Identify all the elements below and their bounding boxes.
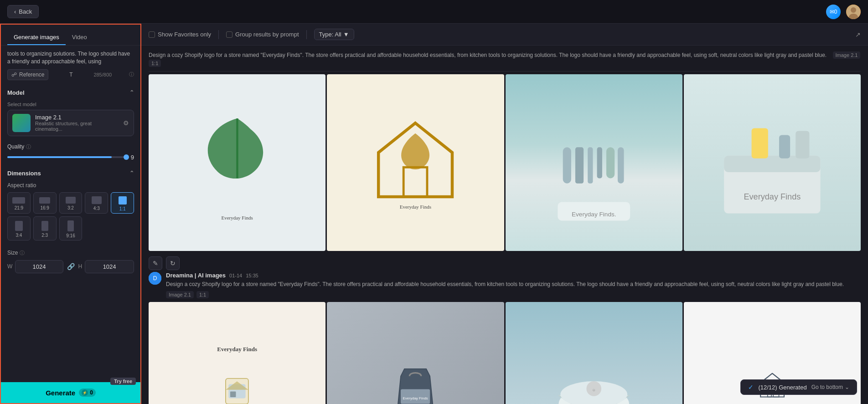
svg-rect-9 [588,147,593,183]
dimensions-section: Aspect ratio 21:9 16:9 3:2 [1,179,140,248]
quality-label-text: Quality [7,143,24,150]
notification-icon: ✉ [830,9,834,15]
quality-slider[interactable] [7,156,126,158]
scroll-content[interactable]: Design a cozy Shopify logo for a store n… [141,46,868,404]
link-dimensions-icon[interactable]: 🔗 [67,263,75,270]
aspect-21-9[interactable]: 21:9 [7,192,31,214]
refresh-button-1[interactable]: ↻ [166,256,180,270]
prompt-time-2: 15:35 [246,273,258,278]
edit-button-1[interactable]: ✎ [149,256,162,270]
model-name: Image 2.1 [35,114,119,121]
aspect-2-3[interactable]: 2:3 [33,216,57,240]
quality-info-icon: ⓘ [26,143,31,150]
size-label: Size ⓘ [7,250,134,256]
go-bottom-chevron-icon: ⌄ [845,384,849,390]
aspect-icon-9-16 [67,220,74,231]
model-thumbnail [12,114,31,132]
back-button[interactable]: ‹ Back [7,5,39,18]
group-results-checkbox[interactable]: Group results by prompt [226,31,299,38]
svg-text:⚡: ⚡ [83,390,87,395]
user-avatar[interactable] [846,5,861,19]
image-cell-1-1[interactable]: Everyday Finds [149,74,326,251]
aspect-icon-16-9 [39,197,50,204]
notification-avatar[interactable]: ✉ 0 [826,5,841,19]
model-collapse-icon[interactable]: ⌃ [129,89,134,96]
aspect-16-9[interactable]: 16:9 [33,192,57,214]
aspect-1-1[interactable]: 1:1 [111,192,134,214]
generate-button[interactable]: Try free Generate ⚡ 0 [1,382,140,403]
svg-rect-7 [563,147,571,183]
tabs-row: Generate images Video [1,25,140,46]
kitchen-box-svg: Everyday Finds [710,101,834,225]
tab-generate-images[interactable]: Generate images [7,30,66,45]
show-favorites-checkbox[interactable]: Show Favorites only [149,31,211,38]
bowl-svg: ☺ Everyday Finds Everyday Finds [552,338,636,404]
aspect-4-3[interactable]: 4:3 [85,192,108,214]
house-gold-svg [371,116,460,204]
content-toolbar: Show Favorites only Group results by pro… [141,24,868,46]
svg-rect-26 [230,392,236,397]
aspect-9-16[interactable]: 9:16 [59,216,83,240]
image-cell-2-2[interactable]: Everyday Finds Everyday Finds® [327,302,504,404]
type-filter-label: Type: All [319,31,341,38]
aspect-3-4[interactable]: 3:4 [7,216,31,240]
model-tag-2: Image 2.1 [166,291,194,298]
group-results-label: Group results by prompt [235,31,299,38]
prompt-description-2: Design a cozy Shopify logo for a store n… [166,280,861,288]
image-cell-2-3[interactable]: ☺ Everyday Finds Everyday Finds [506,302,682,404]
aspect-3-2[interactable]: 3:2 [59,192,83,214]
svg-rect-11 [606,147,615,178]
svg-text:D: D [153,275,157,281]
status-check-icon: ✓ [748,384,754,391]
prompt-truncated-text: Design a cozy Shopify logo for a store n… [149,51,861,72]
store-card-title: Everyday Finds [217,346,257,353]
model-info: Image 2.1 Realistic structures, great ci… [35,114,119,132]
favorites-checkbox-box [149,31,155,38]
quality-label: Quality ⓘ [7,143,134,150]
image-cell-1-2[interactable]: Everyday Finds [327,74,504,251]
image-cell-1-3[interactable]: Everyday Finds. [506,74,682,251]
store-card-container: Everyday Finds [191,302,283,404]
toolbar-separator-1 [218,30,219,39]
image-cell-1-4[interactable]: Everyday Finds [684,74,861,251]
text-icon: T [69,72,72,78]
height-input[interactable] [85,260,134,273]
model-section-header: Model ⌃ [1,85,140,99]
generate-count: ⚡ 0 [79,389,96,397]
quality-section: Quality ⓘ 9 [1,141,140,165]
svg-rect-17 [752,128,768,159]
prompt-tags-2: Image 2.1 1:1 [166,291,861,298]
dimensions-collapse-icon[interactable]: ⌃ [129,170,134,176]
svg-rect-19 [796,131,809,159]
dimensions-section-title: Dimensions [7,170,41,177]
ratio-tag: 1:1 [149,60,161,67]
model-adjust-icon[interactable]: ⚙ [123,119,129,127]
right-content: Show Favorites only Group results by pro… [141,24,868,404]
quality-slider-fill [7,156,112,158]
width-input[interactable] [15,260,63,273]
model-description: Realistic structures, great cinematog... [35,121,119,132]
go-to-bottom-button[interactable]: Go to bottom ⌄ [811,384,849,390]
logo-house-text: Everyday Finds [400,204,431,210]
dimensions-section-header: Dimensions ⌃ [1,165,140,179]
char-count: 285/800 [93,72,112,77]
prompt-avatar-2: D [149,272,161,285]
notification-count: 0 [834,9,837,15]
ratio-tag-2: 1:1 [196,291,209,298]
toolbar-separator-2 [306,30,307,39]
topbar: ‹ Back ✉ 0 [0,0,868,24]
text-format-button[interactable]: T [66,70,76,80]
type-filter-dropdown[interactable]: Type: All ▼ [314,29,354,40]
svg-rect-8 [575,147,584,183]
shopping-bag-container: Everyday Finds Everyday Finds® [367,302,465,404]
quality-slider-thumb [124,154,129,160]
svg-text:☺: ☺ [592,388,595,392]
shopping-bag-svg: Everyday Finds Everyday Finds® [386,342,444,404]
image-cell-2-1[interactable]: Everyday Finds [149,302,326,404]
expand-view-icon[interactable]: ↗ [855,31,861,38]
model-option[interactable]: Image 2.1 Realistic structures, great ci… [7,110,134,136]
svg-rect-6 [403,167,427,197]
tab-generate-images-label: Generate images [14,34,59,41]
tab-video[interactable]: Video [66,30,93,45]
reference-button[interactable]: ☍ Reference [7,69,48,80]
